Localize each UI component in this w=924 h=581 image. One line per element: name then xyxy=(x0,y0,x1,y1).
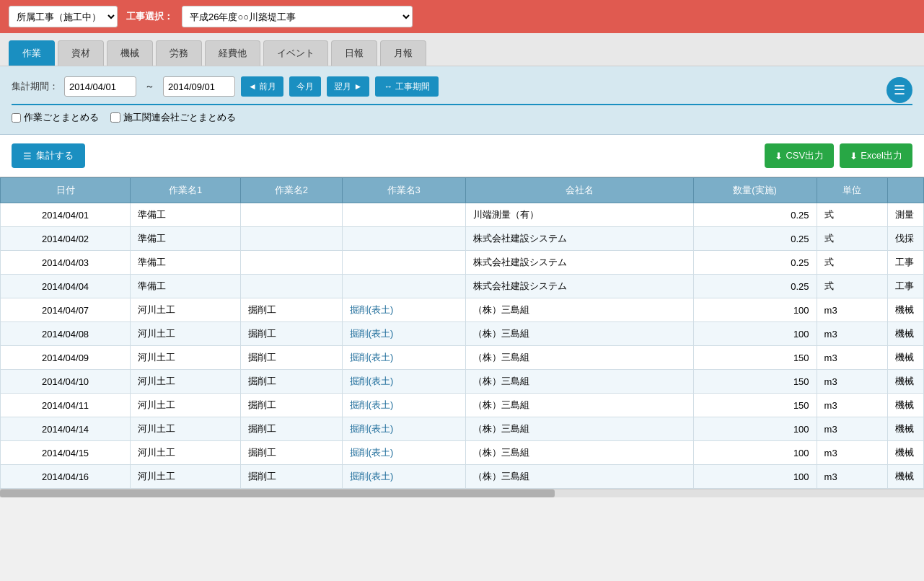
tab-keihi[interactable]: 経費他 xyxy=(205,40,260,66)
cell-kaisha: 株式会社建設システム xyxy=(465,275,693,298)
table-row: 2014/04/10 河川土工 掘削工 掘削(表土) （株）三島組 150 m3… xyxy=(1,370,924,394)
facility-select[interactable]: 所属工事（施工中） xyxy=(9,6,118,27)
cell-date: 2014/04/15 xyxy=(1,441,131,465)
csv-export-button[interactable]: ⬇ CSV出力 xyxy=(765,143,834,168)
prev-month-button[interactable]: ◄ 前月 xyxy=(241,76,283,97)
cell-date: 2014/04/16 xyxy=(1,465,131,489)
excel-export-button[interactable]: ⬇ Excel出力 xyxy=(840,143,912,168)
cell-tani: m3 xyxy=(817,465,887,489)
cell-sagyou3: 掘削(表土) xyxy=(342,394,465,417)
cell-sagyou1: 準備工 xyxy=(131,227,241,251)
today-month-button[interactable]: 今月 xyxy=(289,76,321,97)
cell-extra: 機械 xyxy=(888,322,924,346)
action-row: ☰ 集計する ⬇ CSV出力 ⬇ Excel出力 xyxy=(0,135,924,177)
cell-suryo: 0.25 xyxy=(693,275,817,298)
cell-sagyou3: 掘削(表土) xyxy=(342,370,465,394)
cell-date: 2014/04/04 xyxy=(1,275,131,298)
cell-date: 2014/04/08 xyxy=(1,322,131,346)
cell-tani: 式 xyxy=(817,251,887,275)
top-bar: 所属工事（施工中） 工事選択： 平成26年度○○川築堤工事 xyxy=(0,0,924,33)
cell-kaisha: （株）三島組 xyxy=(465,370,693,394)
aggregate-button[interactable]: ☰ 集計する xyxy=(12,143,85,168)
cell-kaisha: 川端測量（有） xyxy=(465,203,693,227)
col-header-tani: 単位 xyxy=(817,178,887,203)
cell-tani: m3 xyxy=(817,417,887,441)
cell-suryo: 100 xyxy=(693,322,817,346)
cell-kaisha: 株式会社建設システム xyxy=(465,227,693,251)
cell-kaisha: （株）三島組 xyxy=(465,394,693,417)
menu-icon-button[interactable]: ☰ xyxy=(886,77,912,103)
cell-extra: 測量 xyxy=(888,203,924,227)
col-header-sagyou3: 作業名3 xyxy=(342,178,465,203)
cell-sagyou2: 掘削工 xyxy=(240,394,342,417)
table-row: 2014/04/09 河川土工 掘削工 掘削(表土) （株）三島組 150 m3… xyxy=(1,346,924,370)
cell-tani: m3 xyxy=(817,441,887,465)
cell-kaisha: （株）三島組 xyxy=(465,298,693,322)
date-to-input[interactable] xyxy=(163,76,235,97)
tab-nippo[interactable]: 日報 xyxy=(331,40,377,66)
bottom-scrollbar[interactable] xyxy=(0,489,924,497)
cell-sagyou1: 河川土工 xyxy=(131,370,241,394)
cell-suryo: 0.25 xyxy=(693,227,817,251)
data-table-container: 日付 作業名1 作業名2 作業名3 会社名 数量(実施) 単位 2014/04/… xyxy=(0,177,924,489)
col-header-date: 日付 xyxy=(1,178,131,203)
tab-sagyou[interactable]: 作業 xyxy=(9,40,55,66)
cell-sagyou3 xyxy=(342,275,465,298)
cell-date: 2014/04/09 xyxy=(1,346,131,370)
cell-date: 2014/04/03 xyxy=(1,251,131,275)
menu-icon: ☰ xyxy=(894,82,905,98)
checkbox-kaisha[interactable] xyxy=(110,112,120,123)
next-month-button[interactable]: 翌月 ► xyxy=(327,76,369,97)
tab-event[interactable]: イベント xyxy=(263,40,328,66)
cell-suryo: 0.25 xyxy=(693,251,817,275)
cell-sagyou1: 河川土工 xyxy=(131,322,241,346)
cell-sagyou3 xyxy=(342,251,465,275)
tab-geppo[interactable]: 月報 xyxy=(380,40,426,66)
table-row: 2014/04/04 準備工 株式会社建設システム 0.25 式 工事 xyxy=(1,275,924,298)
col-header-kaisha: 会社名 xyxy=(465,178,693,203)
date-from-input[interactable] xyxy=(64,76,136,97)
checkbox-row: 作業ごとまとめる 施工関連会社ごとまとめる xyxy=(12,111,912,124)
checkbox-sagyou-label: 作業ごとまとめる xyxy=(24,111,99,124)
cell-sagyou2: 掘削工 xyxy=(240,370,342,394)
cell-suryo: 100 xyxy=(693,417,817,441)
cell-sagyou2 xyxy=(240,203,342,227)
tab-rouumu[interactable]: 労務 xyxy=(156,40,202,66)
cell-suryo: 100 xyxy=(693,298,817,322)
tab-kikai[interactable]: 機械 xyxy=(107,40,153,66)
cell-sagyou2: 掘削工 xyxy=(240,298,342,322)
table-row: 2014/04/07 河川土工 掘削工 掘削(表土) （株）三島組 100 m3… xyxy=(1,298,924,322)
checkbox-sagyou[interactable] xyxy=(12,113,21,123)
cell-sagyou1: 河川土工 xyxy=(131,465,241,489)
cell-kaisha: （株）三島組 xyxy=(465,322,693,346)
col-header-suryo: 数量(実施) xyxy=(693,178,817,203)
table-row: 2014/04/01 準備工 川端測量（有） 0.25 式 測量 xyxy=(1,203,924,227)
cell-date: 2014/04/01 xyxy=(1,203,131,227)
data-table: 日付 作業名1 作業名2 作業名3 会社名 数量(実施) 単位 2014/04/… xyxy=(0,177,924,489)
cell-extra: 機械 xyxy=(888,465,924,489)
tab-bar: 作業 資材 機械 労務 経費他 イベント 日報 月報 xyxy=(0,33,924,66)
cell-sagyou3: 掘削(表土) xyxy=(342,298,465,322)
cell-tani: 式 xyxy=(817,203,887,227)
cell-extra: 機械 xyxy=(888,346,924,370)
cell-suryo: 150 xyxy=(693,346,817,370)
cell-tani: m3 xyxy=(817,394,887,417)
tab-shizai[interactable]: 資材 xyxy=(58,40,104,66)
cell-tani: 式 xyxy=(817,275,887,298)
period-button[interactable]: ↔ 工事期間 xyxy=(375,76,438,97)
cell-kaisha: （株）三島組 xyxy=(465,346,693,370)
cell-sagyou1: 河川土工 xyxy=(131,394,241,417)
cell-sagyou2: 掘削工 xyxy=(240,465,342,489)
download-excel-icon: ⬇ xyxy=(850,151,858,161)
table-row: 2014/04/03 準備工 株式会社建設システム 0.25 式 工事 xyxy=(1,251,924,275)
cell-extra: 機械 xyxy=(888,394,924,417)
checkbox-sagyou-item: 作業ごとまとめる xyxy=(12,111,99,124)
cell-date: 2014/04/07 xyxy=(1,298,131,322)
cell-sagyou3 xyxy=(342,227,465,251)
kouji-select[interactable]: 平成26年度○○川築堤工事 xyxy=(182,6,413,27)
cell-sagyou1: 準備工 xyxy=(131,275,241,298)
checkbox-kaisha-label: 施工関連会社ごとまとめる xyxy=(123,111,236,124)
cell-sagyou3: 掘削(表土) xyxy=(342,465,465,489)
table-row: 2014/04/16 河川土工 掘削工 掘削(表土) （株）三島組 100 m3… xyxy=(1,465,924,489)
cell-extra: 工事 xyxy=(888,251,924,275)
